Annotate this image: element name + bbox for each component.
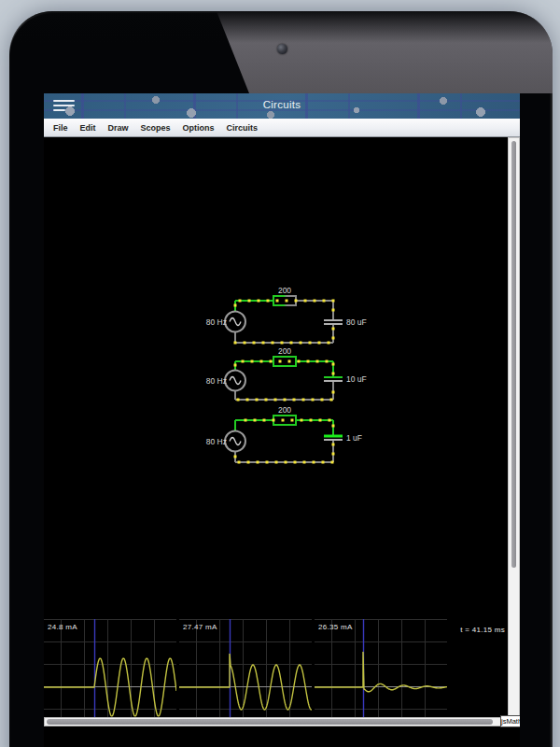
menu-scopes[interactable]: Scopes — [141, 123, 171, 133]
current-dot — [253, 342, 256, 345]
current-dot — [329, 419, 331, 422]
circuit-1[interactable]: 80 Hz20080 uF — [206, 286, 367, 345]
current-dot — [238, 461, 241, 464]
current-dot — [274, 399, 277, 402]
scope-panel-2[interactable]: 27.47 mA — [179, 619, 312, 719]
scope-panel-3[interactable]: 26.35 mA — [315, 619, 447, 719]
current-dot — [285, 461, 287, 464]
current-dot — [321, 399, 324, 402]
jsmath-button[interactable]: jsMath — [500, 715, 520, 727]
capacitor-value-label: 80 uF — [346, 317, 367, 327]
app-screen: Circuits File Edit Draw Scopes Options C… — [44, 93, 520, 747]
horizontal-scrollbar[interactable] — [44, 717, 501, 726]
current-dot — [323, 300, 326, 303]
scope-reading-1: 24.8 mA — [48, 623, 77, 631]
current-dot — [314, 300, 316, 303]
scope-trace — [179, 654, 312, 710]
current-dot — [273, 419, 275, 422]
scope-plot-3 — [315, 619, 447, 719]
front-camera-icon — [277, 44, 287, 54]
current-dot — [234, 304, 237, 307]
current-dot — [279, 360, 282, 363]
circuit-canvas[interactable]: 80 Hz20080 uF80 Hz20010 uF80 Hz2001 uF 2… — [44, 137, 520, 747]
source-frequency-label: 80 Hz — [206, 317, 227, 327]
current-dot — [270, 360, 273, 363]
circuit-3[interactable]: 80 Hz2001 uF — [206, 405, 362, 464]
current-dot — [281, 342, 284, 345]
capacitor-value-label: 10 uF — [346, 374, 367, 384]
current-dot — [258, 300, 260, 303]
current-dot — [284, 399, 287, 402]
current-dot — [309, 342, 312, 345]
current-dot — [234, 342, 237, 345]
current-dot — [288, 360, 291, 363]
menu-circuits[interactable]: Circuits — [227, 123, 259, 133]
resistor-value-label: 200 — [278, 405, 291, 415]
current-dot — [307, 360, 310, 363]
current-dot — [251, 360, 254, 363]
current-dot — [237, 399, 240, 402]
current-dot — [267, 300, 270, 303]
current-dot — [332, 300, 335, 303]
current-dot — [303, 461, 306, 464]
current-dot — [319, 419, 322, 422]
current-dot — [242, 360, 245, 363]
current-dot — [254, 419, 257, 422]
vertical-scrollbar-thumb[interactable] — [511, 141, 516, 568]
desktop-background: Circuits File Edit Draw Scopes Options C… — [0, 0, 560, 747]
current-dot — [332, 309, 335, 312]
current-dot — [282, 419, 285, 422]
current-dot — [286, 300, 288, 303]
scope-panel-1[interactable]: 24.8 mA — [44, 619, 176, 719]
menu-options[interactable]: Options — [183, 123, 215, 133]
current-dot — [245, 419, 247, 422]
current-dot — [328, 342, 330, 345]
current-dot — [266, 461, 269, 464]
current-dot — [332, 444, 335, 446]
current-dot — [322, 461, 325, 464]
menu-edit[interactable]: Edit — [80, 123, 96, 133]
scope-plot-1 — [44, 619, 176, 719]
current-dot — [326, 360, 329, 363]
circuits-drawing[interactable]: 80 Hz20080 uF80 Hz20010 uF80 Hz2001 uF — [44, 137, 508, 619]
current-dot — [332, 391, 335, 394]
current-dot — [312, 399, 315, 402]
resistor-value-label: 200 — [278, 286, 291, 295]
current-dot — [332, 425, 335, 428]
vertical-scrollbar[interactable] — [508, 137, 520, 726]
current-dot — [318, 342, 321, 345]
current-dot — [316, 360, 319, 363]
current-dot — [246, 399, 249, 402]
current-dot — [247, 461, 250, 464]
scope-reading-2: 27.47 mA — [183, 623, 217, 631]
circuit-2[interactable]: 80 Hz20010 uF — [206, 346, 367, 402]
current-dot — [301, 419, 303, 422]
current-dot — [332, 363, 335, 366]
current-dot — [291, 419, 294, 422]
current-dot — [290, 342, 293, 345]
current-dot — [298, 360, 301, 363]
current-dot — [257, 461, 259, 464]
current-dot — [332, 373, 335, 375]
current-dot — [263, 419, 266, 422]
current-dot — [332, 328, 335, 331]
scope-trace — [315, 652, 447, 692]
current-dot — [332, 453, 335, 456]
resistor-value-label: 200 — [278, 346, 291, 356]
menu-draw[interactable]: Draw — [108, 123, 129, 133]
current-dot — [265, 399, 268, 402]
current-dot — [300, 342, 302, 345]
bezel-edge-gloss — [9, 11, 553, 43]
current-dot — [234, 364, 237, 367]
menu-file[interactable]: File — [53, 123, 68, 133]
horizontal-scrollbar-thumb[interactable] — [47, 719, 493, 725]
current-dot — [272, 342, 274, 345]
scope-plot-2 — [179, 619, 312, 719]
current-dot — [331, 461, 334, 464]
current-dot — [234, 456, 237, 458]
source-frequency-label: 80 Hz — [206, 437, 227, 446]
current-dot — [293, 399, 296, 402]
tablet-device: Circuits File Edit Draw Scopes Options C… — [9, 11, 553, 747]
current-dot — [275, 461, 278, 464]
resistor[interactable] — [273, 357, 296, 366]
